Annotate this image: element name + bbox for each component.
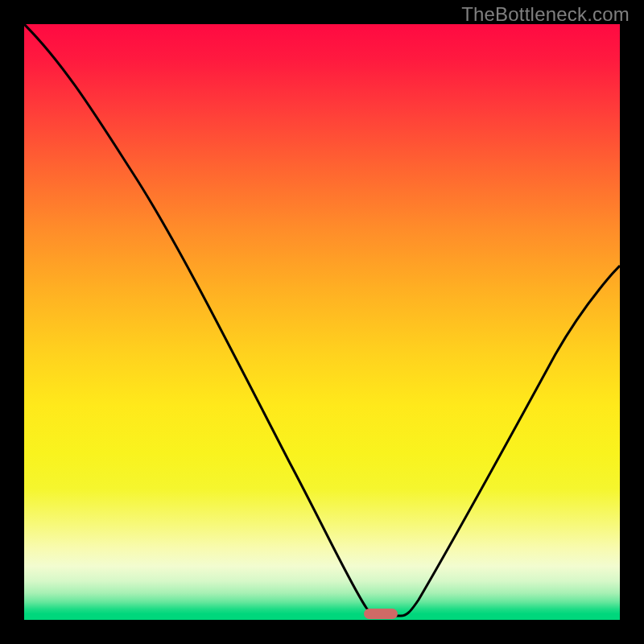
watermark-text: TheBottleneck.com — [461, 3, 630, 26]
bottleneck-curve — [24, 24, 620, 620]
curve-path — [24, 24, 620, 616]
chart-frame: TheBottleneck.com — [0, 0, 644, 644]
optimum-marker — [364, 609, 398, 619]
plot-area — [24, 24, 620, 620]
